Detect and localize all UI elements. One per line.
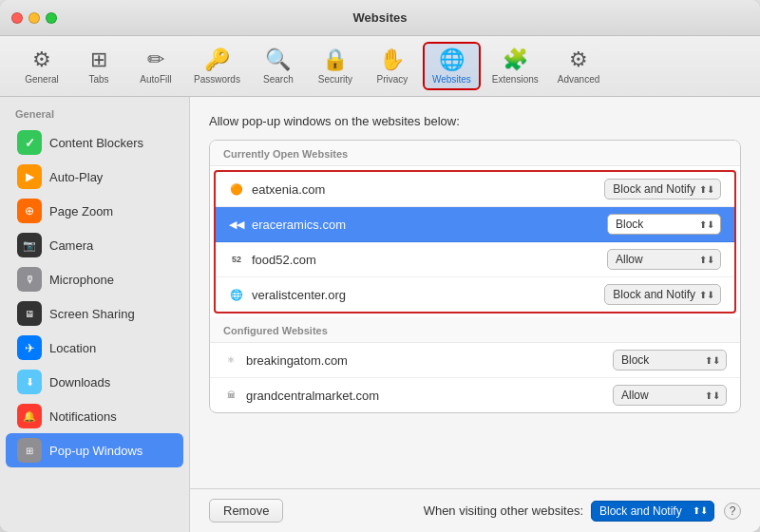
passwords-toolbar-icon: 🔑 xyxy=(204,48,230,72)
table-row: 🏛 grandcentralmarket.com Allow ⬆⬇ xyxy=(210,378,740,412)
toolbar: ⚙General⊞Tabs✏AutoFill🔑Passwords🔍Search🔒… xyxy=(0,36,760,97)
chevron-icon: ⬆⬇ xyxy=(699,219,714,230)
site-setting-dropdown[interactable]: Allow ⬆⬇ xyxy=(613,385,727,406)
sidebar-item-location[interactable]: ✈ Location xyxy=(6,331,183,365)
sidebar-item-label: Microphone xyxy=(49,273,114,287)
sidebar-item-notifications[interactable]: 🔔 Notifications xyxy=(6,399,183,433)
toolbar-item-advanced[interactable]: ⚙Advanced xyxy=(550,44,607,88)
location-icon: ✈ xyxy=(17,335,42,360)
site-setting-dropdown[interactable]: Block and Notify ⬆⬇ xyxy=(604,179,721,200)
visiting-setting-dropdown[interactable]: Block and Notify ⬆⬇ xyxy=(591,501,714,522)
toolbar-item-passwords[interactable]: 🔑Passwords xyxy=(186,44,248,88)
toolbar-item-extensions[interactable]: 🧩Extensions xyxy=(484,44,546,88)
sidebar-item-label: Content Blockers xyxy=(49,136,143,150)
visiting-setting-value: Block and Notify xyxy=(599,504,682,518)
dropdown-value: Allow xyxy=(621,389,649,402)
sidebar-item-page-zoom[interactable]: ⊕ Page Zoom xyxy=(6,194,183,228)
chevron-icon: ⬆⬇ xyxy=(699,255,714,265)
chevron-icon: ⬆⬇ xyxy=(699,184,714,195)
bottom-bar: Remove When visiting other websites: Blo… xyxy=(190,488,760,532)
content-panel: Allow pop-up windows on the websites bel… xyxy=(190,97,760,488)
dropdown-value: Block and Notify xyxy=(613,182,695,196)
sidebar-section-label: General xyxy=(0,108,189,125)
site-favicon: ◀◀ xyxy=(229,217,244,232)
site-favicon: 🌐 xyxy=(229,287,244,302)
autofill-toolbar-label: AutoFill xyxy=(140,74,171,85)
toolbar-item-tabs[interactable]: ⊞Tabs xyxy=(72,44,125,88)
site-setting-dropdown[interactable]: Block ⬆⬇ xyxy=(613,350,727,370)
window-title: Websites xyxy=(353,10,408,25)
sidebar-item-label: Page Zoom xyxy=(49,204,113,218)
toolbar-item-general[interactable]: ⚙General xyxy=(15,44,68,88)
traffic-lights xyxy=(11,12,57,24)
sidebar-item-screen-sharing[interactable]: 🖥 Screen Sharing xyxy=(6,296,183,331)
site-setting-dropdown[interactable]: Block ⬆⬇ xyxy=(607,214,721,235)
table-row: 🌐 veralistcenter.org Block and Notify ⬆⬇ xyxy=(216,277,734,312)
sidebar-item-content-blockers[interactable]: ✓ Content Blockers xyxy=(6,125,183,160)
content-blockers-icon: ✓ xyxy=(17,130,42,155)
privacy-toolbar-icon: ✋ xyxy=(379,48,405,72)
main-area: General ✓ Content Blockers ▶ Auto-Play ⊕… xyxy=(0,97,760,532)
websites-toolbar-label: Websites xyxy=(432,74,471,85)
websites-table: Currently Open Websites 🟠 eatxenia.com B… xyxy=(209,140,741,413)
site-name: food52.com xyxy=(252,253,607,267)
currently-open-header: Currently Open Websites xyxy=(210,141,740,166)
site-favicon: ⚛ xyxy=(223,352,238,368)
toolbar-item-security[interactable]: 🔒Security xyxy=(309,44,362,88)
sidebar-item-label: Notifications xyxy=(49,409,117,424)
site-name: eraceramics.com xyxy=(252,218,607,232)
sidebar-item-auto-play[interactable]: ▶ Auto-Play xyxy=(6,160,183,194)
screen-sharing-icon: 🖥 xyxy=(17,301,42,326)
autofill-toolbar-icon: ✏ xyxy=(147,48,164,72)
extensions-toolbar-label: Extensions xyxy=(492,74,539,85)
help-button[interactable]: ? xyxy=(724,503,741,520)
tabs-toolbar-icon: ⊞ xyxy=(90,48,107,72)
sidebar-item-label: Downloads xyxy=(49,375,110,390)
visiting-other-label: When visiting other websites: Block and … xyxy=(424,501,714,522)
dropdown-value: Block xyxy=(616,218,643,231)
privacy-toolbar-label: Privacy xyxy=(377,74,408,85)
search-toolbar-label: Search xyxy=(263,74,294,85)
sidebar-item-camera[interactable]: 📷 Camera xyxy=(6,228,183,262)
dropdown-value: Block xyxy=(621,353,649,367)
chevron-icon: ⬆⬇ xyxy=(693,505,708,516)
toolbar-item-search[interactable]: 🔍Search xyxy=(252,44,305,88)
extensions-toolbar-icon: 🧩 xyxy=(503,48,528,72)
sidebar-item-popup-windows[interactable]: ⊞ Pop-up Windows xyxy=(6,433,183,467)
sidebar-item-label: Auto-Play xyxy=(49,170,103,184)
minimize-button[interactable] xyxy=(28,12,40,24)
remove-button[interactable]: Remove xyxy=(209,499,283,522)
main-window: Websites ⚙General⊞Tabs✏AutoFill🔑Password… xyxy=(0,0,760,532)
toolbar-item-privacy[interactable]: ✋Privacy xyxy=(366,44,419,88)
popup-windows-icon: ⊞ xyxy=(17,438,42,463)
notifications-icon: 🔔 xyxy=(17,404,42,428)
sidebar-item-microphone[interactable]: 🎙 Microphone xyxy=(6,262,183,296)
sidebar-item-label: Camera xyxy=(49,238,93,253)
table-row: 🟠 eatxenia.com Block and Notify ⬆⬇ xyxy=(216,172,734,207)
passwords-toolbar-label: Passwords xyxy=(194,74,240,85)
chevron-icon: ⬆⬇ xyxy=(705,355,720,366)
configured-header: Configured Websites xyxy=(210,317,740,343)
sidebar-item-downloads[interactable]: ⬇ Downloads xyxy=(6,365,183,399)
site-name: breakingatom.com xyxy=(246,353,613,368)
toolbar-item-websites[interactable]: 🌐Websites xyxy=(423,42,481,90)
close-button[interactable] xyxy=(11,12,23,24)
site-name: veralistcenter.org xyxy=(252,288,604,302)
sidebar-item-label: Pop-up Windows xyxy=(49,444,142,458)
maximize-button[interactable] xyxy=(46,12,57,24)
page-zoom-icon: ⊕ xyxy=(17,199,42,223)
site-setting-dropdown[interactable]: Block and Notify ⬆⬇ xyxy=(604,284,721,305)
sidebar: General ✓ Content Blockers ▶ Auto-Play ⊕… xyxy=(0,97,190,532)
advanced-toolbar-icon: ⚙ xyxy=(569,48,588,72)
chevron-icon: ⬆⬇ xyxy=(705,390,720,401)
site-name: grandcentralmarket.com xyxy=(246,389,613,403)
websites-toolbar-icon: 🌐 xyxy=(439,48,465,72)
table-row[interactable]: ◀◀ eraceramics.com Block ⬆⬇ xyxy=(216,207,734,242)
content-description: Allow pop-up windows on the websites bel… xyxy=(209,114,741,128)
block-notify-section: 🟠 eatxenia.com Block and Notify ⬆⬇ ◀◀ er… xyxy=(214,170,736,314)
tabs-toolbar-label: Tabs xyxy=(88,74,108,85)
site-favicon: 🟠 xyxy=(229,181,244,197)
toolbar-item-autofill[interactable]: ✏AutoFill xyxy=(129,44,182,88)
site-name: eatxenia.com xyxy=(252,182,604,197)
site-setting-dropdown[interactable]: Allow ⬆⬇ xyxy=(607,249,721,270)
